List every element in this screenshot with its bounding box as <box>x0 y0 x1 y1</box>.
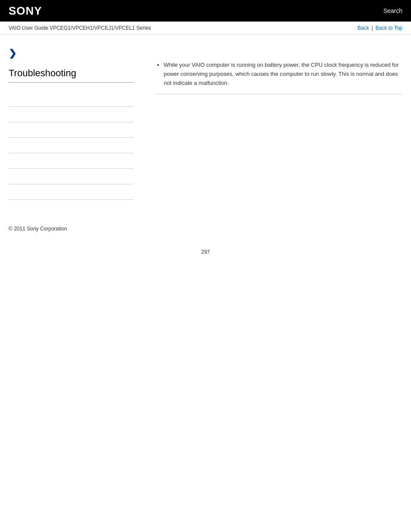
breadcrumb-bar: VAIO User Guide VPCEG1/VPCEH1/VPCEJ1/VPC… <box>0 22 411 35</box>
page-number: 297 <box>0 240 411 264</box>
list-item: While your VAIO computer is running on b… <box>164 61 402 87</box>
bullet-list: While your VAIO computer is running on b… <box>155 61 402 87</box>
list-item[interactable] <box>9 107 134 122</box>
sidebar-links <box>9 91 134 200</box>
list-item[interactable] <box>9 91 134 107</box>
list-item[interactable] <box>9 138 134 153</box>
sidebar: ❯ Troubleshooting <box>9 44 142 200</box>
chevron-icon: ❯ <box>9 48 16 59</box>
content-divider <box>155 94 402 94</box>
section-title: Troubleshooting <box>9 68 134 83</box>
main-content: ❯ Troubleshooting While your VAIO comput… <box>0 35 411 208</box>
back-to-top-link[interactable]: Back to Top <box>376 25 402 31</box>
list-item[interactable] <box>9 184 134 200</box>
sony-logo: SONY <box>9 4 42 18</box>
nav-separator: | <box>371 25 373 31</box>
breadcrumb-nav: Back | Back to Top <box>358 25 402 31</box>
copyright-text: © 2011 Sony Corporation <box>9 226 67 232</box>
guide-title: VAIO User Guide VPCEG1/VPCEH1/VPCEJ1/VPC… <box>9 25 151 31</box>
back-link[interactable]: Back <box>358 25 369 31</box>
content-area: While your VAIO computer is running on b… <box>142 44 402 200</box>
footer: © 2011 Sony Corporation <box>0 217 411 240</box>
list-item[interactable] <box>9 122 134 138</box>
content-section: While your VAIO computer is running on b… <box>155 61 402 94</box>
header: SONY Search <box>0 0 411 22</box>
search-button[interactable]: Search <box>383 7 402 14</box>
list-item[interactable] <box>9 169 134 184</box>
list-item[interactable] <box>9 153 134 169</box>
